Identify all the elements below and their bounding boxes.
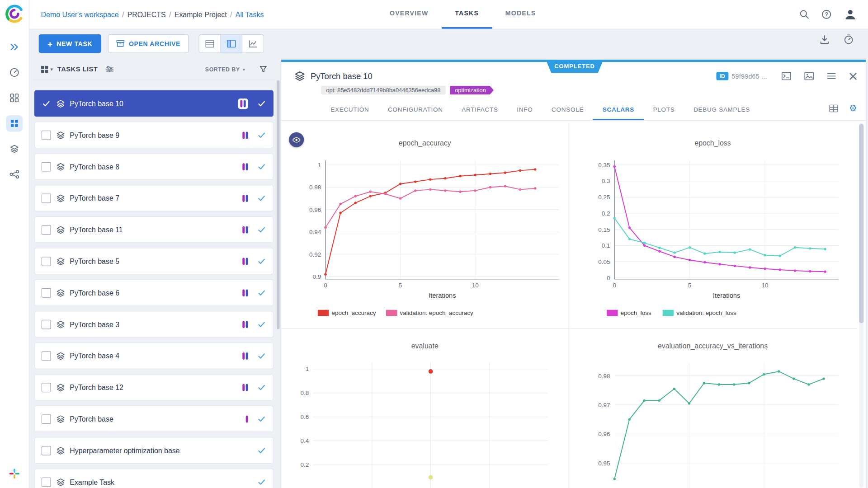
task-row[interactable]: PyTorch base 8 xyxy=(34,153,274,180)
chart-xlabel: Iterations xyxy=(713,292,740,299)
task-row[interactable]: PyTorch base 3 xyxy=(34,311,274,338)
task-checkbox[interactable] xyxy=(42,99,51,108)
task-row[interactable]: PyTorch base 7 xyxy=(34,185,274,211)
chart-evaluation_accuracy_vs_iterations[interactable]: 0.950.960.970.98evaluation_accuracy_vs_i… xyxy=(569,328,857,488)
task-row[interactable]: PyTorch base 12 xyxy=(34,374,274,401)
datasets-icon[interactable] xyxy=(0,136,29,161)
task-row[interactable]: PyTorch base xyxy=(34,406,274,432)
legend-swatch xyxy=(386,310,397,316)
model-output-badge xyxy=(238,98,248,108)
app-root: Demo User's workspace/PROJECTS/Example P… xyxy=(0,0,868,488)
breadcrumb-item[interactable]: All Tasks xyxy=(236,10,264,19)
new-task-button[interactable]: + NEW TASK xyxy=(39,34,101,53)
close-icon[interactable] xyxy=(849,72,857,80)
detail-tab-info[interactable]: INFO xyxy=(508,100,542,120)
image-preview-icon[interactable] xyxy=(804,72,814,80)
task-row[interactable]: PyTorch base 11 xyxy=(34,216,274,243)
filter-icon[interactable] xyxy=(259,66,267,73)
output-model-pill xyxy=(246,131,248,139)
metrics-table-icon[interactable] xyxy=(829,104,838,112)
toolbar-right xyxy=(820,34,854,44)
task-row[interactable]: PyTorch base 5 xyxy=(34,248,274,275)
task-checkbox[interactable] xyxy=(42,414,51,424)
projects-icon[interactable] xyxy=(0,85,29,111)
task-status-check-icon xyxy=(258,164,265,169)
task-row[interactable]: PyTorch base 10 xyxy=(34,90,274,117)
detail-tab-execution[interactable]: EXECUTION xyxy=(321,100,378,120)
table-view-icon[interactable] xyxy=(198,34,221,53)
pipelines-icon[interactable] xyxy=(0,162,29,187)
task-checkbox[interactable] xyxy=(42,193,51,203)
settings-gear-icon[interactable]: ⚙ xyxy=(849,104,857,113)
scrollbar-thumb[interactable] xyxy=(859,124,863,323)
clearml-logo-icon[interactable] xyxy=(4,3,25,24)
task-checkbox[interactable] xyxy=(42,319,51,329)
svg-text:5: 5 xyxy=(399,282,402,289)
task-row[interactable]: PyTorch base 4 xyxy=(34,343,274,369)
chevron-down-icon: ▾ xyxy=(243,67,245,72)
sorted-by-dropdown[interactable]: SORTED BY ▾ xyxy=(205,66,245,72)
task-id-value[interactable]: 59f99d65 ... xyxy=(731,73,767,80)
chart-epoch_accuracy[interactable]: 0.90.920.940.960.9810510epoch_accuracyIt… xyxy=(281,123,569,328)
chart-view-icon[interactable] xyxy=(242,34,264,53)
task-checkbox[interactable] xyxy=(42,130,51,140)
download-icon[interactable] xyxy=(820,35,829,44)
task-checkbox[interactable] xyxy=(42,225,51,235)
show-hide-metrics-eye-button[interactable] xyxy=(289,132,304,147)
detail-tab-console[interactable]: CONSOLE xyxy=(542,100,593,120)
scrollbar-thumb[interactable] xyxy=(277,80,279,329)
output-model-pill xyxy=(246,226,248,233)
chart-cell-evaluate: 0.20.40.60.81evaluate xyxy=(281,328,569,488)
top-tab-models[interactable]: MODELS xyxy=(492,0,549,29)
task-checkbox[interactable] xyxy=(42,446,51,455)
charts-scrollbar[interactable] xyxy=(859,123,863,488)
chart-title: evaluation_accuracy_vs_iterations xyxy=(658,342,768,350)
view-mode-toggle xyxy=(198,34,264,53)
task-tag[interactable]: optimization xyxy=(450,86,494,95)
tasks-icon[interactable] xyxy=(0,111,29,136)
task-checkbox[interactable] xyxy=(42,162,51,171)
detail-tab-scalars[interactable]: SCALARS xyxy=(593,100,644,120)
task-checkbox[interactable] xyxy=(42,477,51,487)
task-row[interactable]: PyTorch base 6 xyxy=(34,279,274,306)
svg-text:10: 10 xyxy=(472,282,479,289)
task-row[interactable]: PyTorch base 9 xyxy=(34,122,274,148)
task-checkbox[interactable] xyxy=(42,257,51,266)
user-avatar[interactable] xyxy=(844,8,857,21)
collapse-expand-icon[interactable] xyxy=(0,34,29,60)
task-checkbox[interactable] xyxy=(42,383,51,392)
dashboard-icon[interactable] xyxy=(0,60,29,85)
input-model-pill xyxy=(246,415,248,422)
help-icon[interactable]: ? xyxy=(821,9,831,19)
menu-icon[interactable] xyxy=(827,72,836,80)
tasks-icon-active-bg xyxy=(6,115,23,132)
output-model-pill xyxy=(246,352,248,359)
chart-evaluate[interactable]: 0.20.40.60.81evaluate xyxy=(281,328,569,488)
split-view-icon[interactable] xyxy=(221,34,242,53)
chart-title: evaluate xyxy=(411,342,439,350)
chart-epoch_loss[interactable]: 00.050.10.150.20.250.30.350510epoch_loss… xyxy=(569,123,857,328)
open-archive-button[interactable]: OPEN ARCHIVE xyxy=(108,34,189,53)
column-settings-icon[interactable] xyxy=(105,66,113,73)
input-model-pill xyxy=(242,131,245,139)
detail-tab-artifacts[interactable]: ARTIFACTS xyxy=(452,100,507,120)
auto-refresh-icon[interactable] xyxy=(844,34,854,44)
task-row[interactable]: Example Task xyxy=(34,469,274,488)
detail-tab-debug-samples[interactable]: DEBUG SAMPLES xyxy=(684,100,759,120)
detail-tab-configuration[interactable]: CONFIGURATION xyxy=(378,100,452,120)
search-icon[interactable] xyxy=(799,9,809,19)
top-tab-tasks[interactable]: TASKS xyxy=(442,0,492,29)
svg-text:0.96: 0.96 xyxy=(309,206,321,213)
top-tab-overview[interactable]: OVERVIEW xyxy=(377,0,442,29)
breadcrumb-item[interactable]: Demo User's workspace xyxy=(41,10,119,19)
task-name: PyTorch base 8 xyxy=(70,162,119,170)
slack-icon[interactable] xyxy=(9,468,20,481)
task-checkbox[interactable] xyxy=(42,351,51,361)
task-row[interactable]: Hyperparameter optimization base xyxy=(34,437,274,464)
task-tag[interactable]: opt: 85e5482ddd7149b8ba0446356eedca98 xyxy=(321,86,445,95)
tasks-list-scrollbar[interactable] xyxy=(277,59,279,488)
detail-tab-plots[interactable]: PLOTS xyxy=(644,100,684,120)
task-checkbox[interactable] xyxy=(42,288,51,297)
console-shortcut-icon[interactable] xyxy=(782,72,791,80)
list-view-icon[interactable]: ▾ xyxy=(41,66,53,73)
